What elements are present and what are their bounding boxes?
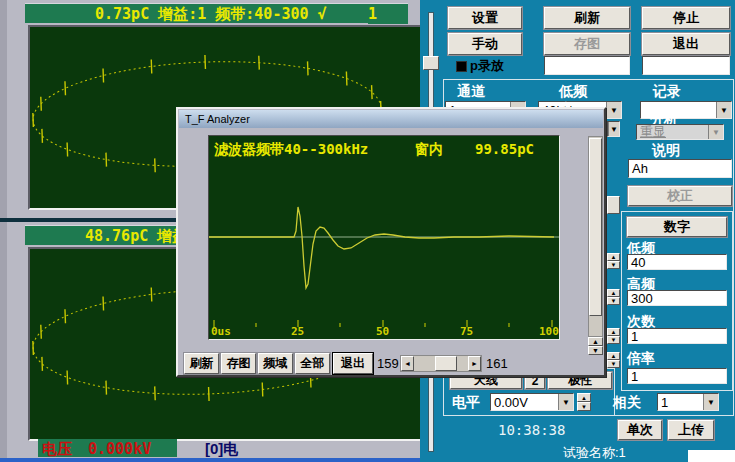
- spin-up-button[interactable]: ▲: [607, 328, 620, 336]
- scope-top-header: 0.73pC 增益:1 频带:40-300 √: [25, 3, 368, 23]
- chevron-down-icon[interactable]: ▼: [716, 102, 731, 118]
- chevron-down-icon[interactable]: ▼: [558, 394, 573, 410]
- description-field[interactable]: Ah: [628, 159, 732, 178]
- spin-down-button[interactable]: ▼: [607, 336, 620, 344]
- x-tick-label-75: 75: [460, 325, 473, 338]
- spin-down-button[interactable]: ▼: [607, 297, 620, 305]
- digital-lowfreq-field[interactable]: 40: [627, 254, 727, 270]
- spin-up-button[interactable]: ▲: [607, 253, 620, 261]
- tf-vscrollbar-thumb[interactable]: [589, 138, 602, 316]
- analysis-select-value: 重显: [637, 123, 708, 141]
- tf-exit-label: 退出: [341, 355, 365, 372]
- chevron-down-icon[interactable]: ▼: [708, 125, 723, 139]
- spin-up-button[interactable]: ▲: [607, 289, 620, 297]
- spin-down-button[interactable]: ▼: [607, 360, 620, 368]
- pd-test-app: { "displays": { "top": {"header": "0.73p…: [0, 0, 735, 462]
- tf-waveform: [209, 136, 559, 339]
- tf-plot: 滤波器频带40--300kHz 窗内 99.85pC 0us 25 50 75 …: [208, 135, 560, 340]
- record-checkbox-label: p录放: [470, 57, 504, 75]
- tf-range-start: 159: [377, 356, 399, 371]
- digital-highfreq-value: 300: [631, 291, 653, 306]
- spin-up-button[interactable]: ▲: [607, 352, 620, 360]
- correlation-select[interactable]: 1 ▼: [657, 393, 719, 411]
- manual-button-label: 手动: [472, 35, 498, 53]
- tf-refresh-label: 刷新: [190, 355, 214, 372]
- level-select[interactable]: 0.00V ▼: [490, 393, 574, 411]
- gain-slider-thumb[interactable]: [423, 56, 439, 70]
- level-select-value: 0.00V: [491, 395, 558, 410]
- waveform-trace: [209, 207, 554, 288]
- blank-field-2[interactable]: [642, 56, 730, 75]
- clock: 10:38:38: [498, 422, 565, 438]
- multiplier-label: 倍率: [627, 350, 655, 368]
- refresh-button[interactable]: 刷新: [544, 7, 630, 29]
- scroll-left-icon[interactable]: ◄: [401, 356, 414, 371]
- multiplier-value: 1: [631, 369, 638, 384]
- voltage-readout: 电压 0.000kV: [38, 439, 177, 457]
- lowfreq-label: 低频: [559, 83, 587, 101]
- exit-button-label: 退出: [673, 35, 699, 53]
- spin-down-button[interactable]: ▼: [607, 261, 620, 269]
- spin-button[interactable]: [607, 196, 620, 214]
- record-label: 记录: [653, 83, 681, 101]
- tf-all-label: 全部: [301, 355, 325, 372]
- settings-button-label: 设置: [472, 9, 498, 27]
- hidden-combo-sliver[interactable]: ▼: [607, 121, 620, 137]
- tf-refresh-button[interactable]: 刷新: [184, 353, 219, 374]
- chevron-down-icon[interactable]: ▼: [703, 394, 718, 410]
- spin-down-button[interactable]: ▼: [577, 402, 591, 411]
- scroll-down-icon[interactable]: ▼: [588, 346, 603, 355]
- digital-button[interactable]: 数字: [627, 217, 727, 237]
- tf-hscrollbar-thumb[interactable]: [435, 356, 457, 371]
- tf-analyzer-titlebar[interactable]: T_F Analyzer: [179, 110, 603, 128]
- spin-up-button[interactable]: ▲: [577, 393, 591, 402]
- chevron-down-icon[interactable]: ▼: [606, 102, 621, 118]
- x-tick-label-0: 0us: [211, 325, 231, 338]
- exit-button[interactable]: 退出: [642, 33, 730, 55]
- manual-button[interactable]: 手动: [448, 33, 522, 55]
- tf-save-button[interactable]: 存图: [221, 353, 256, 374]
- blank-field-1[interactable]: [544, 56, 630, 75]
- background-window-corner: [688, 450, 735, 462]
- settings-button[interactable]: 设置: [448, 7, 522, 29]
- upload-button-label: 上传: [678, 421, 704, 439]
- scroll-up-icon[interactable]: ▲: [588, 337, 603, 346]
- scope-top-channel-num: 1: [368, 5, 377, 23]
- analysis-select[interactable]: 重显 ▼: [636, 124, 724, 140]
- tf-freqdomain-label: 频域: [264, 355, 288, 372]
- multiplier-field[interactable]: 1: [627, 368, 727, 384]
- tf-freqdomain-button[interactable]: 频域: [258, 353, 293, 374]
- scope-top-channel-badge: 1: [368, 3, 408, 24]
- tf-exit-button[interactable]: 退出: [333, 353, 373, 374]
- tf-hscrollbar[interactable]: ◄ ►: [400, 355, 482, 372]
- digital-button-label: 数字: [664, 218, 690, 236]
- record-checkbox[interactable]: [456, 61, 467, 72]
- tf-analyzer-window[interactable]: T_F Analyzer 滤波器频带40--300kHz 窗内 99.85pC …: [176, 107, 606, 377]
- chevron-down-icon[interactable]: ▼: [608, 122, 619, 136]
- scope-top-header-text: 0.73pC 增益:1 频带:40-300 √: [95, 5, 327, 23]
- upload-button[interactable]: 上传: [668, 420, 714, 440]
- tf-analyzer-title: T_F Analyzer: [185, 113, 250, 125]
- tf-all-button[interactable]: 全部: [295, 353, 330, 374]
- tf-vscrollbar[interactable]: [588, 136, 603, 337]
- description-field-value: Ah: [632, 161, 648, 176]
- stop-button[interactable]: 停止: [642, 7, 730, 29]
- tf-range-end: 161: [486, 356, 508, 371]
- save-image-button[interactable]: 存图: [544, 33, 630, 55]
- single-shot-button[interactable]: 单次: [618, 420, 662, 440]
- x-tick-label-100: 100: [539, 325, 559, 338]
- bottom-blue-strip: [0, 458, 420, 462]
- level-label: 电平: [452, 394, 480, 412]
- calibrate-button[interactable]: 校正: [628, 186, 732, 206]
- voltage-value: 0.000kV: [88, 440, 151, 458]
- save-image-button-label: 存图: [574, 35, 600, 53]
- digital-highfreq-field[interactable]: 300: [627, 290, 727, 306]
- scroll-right-icon[interactable]: ►: [468, 356, 481, 371]
- test-name: 试验名称:1: [563, 444, 626, 462]
- level-stepper[interactable]: ▲ ▼: [577, 393, 591, 411]
- single-shot-label: 单次: [627, 421, 653, 439]
- window-left-edge: [0, 0, 7, 218]
- window-left-edge-2: [0, 222, 7, 458]
- count-field[interactable]: 1: [627, 328, 727, 344]
- refresh-button-label: 刷新: [574, 9, 600, 27]
